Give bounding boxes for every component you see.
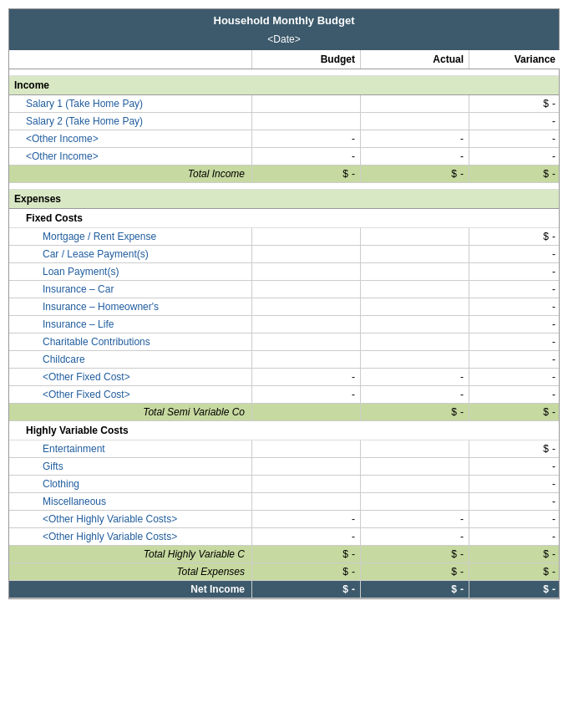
car-lease-actual[interactable] — [360, 246, 469, 262]
car-lease-budget[interactable] — [251, 246, 360, 262]
childcare-variance: - — [469, 351, 560, 368]
insurance-life-variance: - — [469, 316, 560, 333]
total-semi-actual: $ - — [360, 404, 469, 420]
childcare-actual[interactable] — [360, 351, 469, 368]
car-lease-variance: - — [469, 246, 560, 262]
table-row: Salary 2 (Take Home Pay) - — [9, 113, 559, 130]
table-row: Childcare - — [9, 351, 559, 369]
other-hv1-actual: - — [360, 511, 469, 527]
total-expenses-row: Total Expenses $ - $ - $ - — [9, 563, 559, 581]
other-fixed1-label: <Other Fixed Cost> — [9, 369, 251, 385]
charitable-actual[interactable] — [360, 333, 469, 350]
insurance-car-actual[interactable] — [360, 281, 469, 298]
total-semi-label: Total Semi Variable Co — [9, 404, 251, 420]
mortgage-budget[interactable] — [251, 228, 360, 245]
table-row: Mortgage / Rent Expense $ - — [9, 228, 559, 246]
gifts-actual[interactable] — [360, 458, 469, 475]
loan-budget[interactable] — [251, 263, 360, 280]
table-row: Miscellaneous - — [9, 493, 559, 511]
insurance-home-actual[interactable] — [360, 298, 469, 315]
income-salary2-actual[interactable] — [360, 113, 469, 130]
entertainment-label: Entertainment — [9, 440, 251, 457]
total-hv-variance: $ - — [469, 546, 560, 563]
table-row: Clothing - — [9, 476, 559, 493]
total-income-actual: $ - — [360, 165, 469, 182]
total-expenses-budget: $ - — [251, 563, 360, 580]
insurance-life-label: Insurance – Life — [9, 316, 251, 333]
income-salary1-label: Salary 1 (Take Home Pay) — [9, 95, 251, 112]
fixed-costs-label: Fixed Costs — [9, 209, 559, 228]
miscellaneous-actual[interactable] — [360, 493, 469, 510]
table-row: Car / Lease Payment(s) - — [9, 246, 559, 263]
income-other1-label: <Other Income> — [9, 130, 251, 147]
insurance-car-budget[interactable] — [251, 281, 360, 298]
loan-actual[interactable] — [360, 263, 469, 280]
other-hv1-budget: - — [251, 511, 360, 527]
mortgage-actual[interactable] — [360, 228, 469, 245]
highly-variable-label: Highly Variable Costs — [9, 421, 559, 440]
income-salary1-variance: $- — [469, 95, 560, 112]
other-hv2-label: <Other Highly Variable Costs> — [9, 528, 251, 545]
loan-variance: - — [469, 263, 560, 280]
income-other1-variance: - — [469, 130, 560, 147]
spreadsheet-title: Household Monthly Budget — [9, 9, 559, 32]
insurance-car-label: Insurance – Car — [9, 281, 251, 298]
spacer — [9, 69, 559, 76]
net-income-label: Net Income — [9, 581, 251, 598]
clothing-budget[interactable] — [251, 476, 360, 492]
childcare-label: Childcare — [9, 351, 251, 368]
income-salary2-label: Salary 2 (Take Home Pay) — [9, 113, 251, 130]
table-row: Insurance – Life - — [9, 316, 559, 333]
total-income-budget: $ - — [251, 165, 360, 182]
other-fixed1-actual: - — [360, 369, 469, 385]
table-row: Salary 1 (Take Home Pay) $- — [9, 95, 559, 113]
income-salary1-actual[interactable] — [360, 95, 469, 112]
entertainment-variance: $ - — [469, 440, 560, 457]
other-fixed2-budget: - — [251, 386, 360, 403]
other-hv2-actual: - — [360, 528, 469, 545]
total-income-row: Total Income $ - $ - $ - — [9, 165, 559, 183]
table-row: Insurance – Homeowner's - — [9, 298, 559, 316]
insurance-life-actual[interactable] — [360, 316, 469, 333]
income-salary2-budget[interactable] — [251, 113, 360, 130]
charitable-budget[interactable] — [251, 333, 360, 350]
insurance-life-budget[interactable] — [251, 316, 360, 333]
table-row: Insurance – Car - — [9, 281, 559, 298]
charitable-variance: - — [469, 333, 560, 350]
col-budget: Budget — [251, 50, 360, 69]
income-other2-budget: - — [251, 148, 360, 165]
income-other2-actual: - — [360, 148, 469, 165]
table-row: Gifts - — [9, 458, 559, 476]
income-other2-label: <Other Income> — [9, 148, 251, 165]
gifts-budget[interactable] — [251, 458, 360, 475]
other-hv1-variance: - — [469, 511, 560, 527]
insurance-home-budget[interactable] — [251, 298, 360, 315]
entertainment-actual[interactable] — [360, 440, 469, 457]
mortgage-variance: $ - — [469, 228, 560, 245]
miscellaneous-budget[interactable] — [251, 493, 360, 510]
other-fixed2-label: <Other Fixed Cost> — [9, 386, 251, 403]
net-income-budget: $ - — [251, 581, 360, 598]
income-salary1-budget[interactable] — [251, 95, 360, 112]
dollar-sign: $ — [543, 98, 549, 109]
clothing-actual[interactable] — [360, 476, 469, 492]
income-section-label: Income — [9, 76, 559, 95]
table-row: Loan Payment(s) - — [9, 263, 559, 281]
total-semi-budget — [251, 404, 360, 420]
charitable-label: Charitable Contributions — [9, 333, 251, 350]
miscellaneous-variance: - — [469, 493, 560, 510]
col-variance: Variance — [469, 50, 560, 69]
clothing-variance: - — [469, 476, 560, 492]
childcare-budget[interactable] — [251, 351, 360, 368]
total-semi-variance: $ - — [469, 404, 560, 420]
total-hv-label: Total Highly Variable C — [9, 546, 251, 563]
entertainment-budget[interactable] — [251, 440, 360, 457]
table-row: Charitable Contributions - — [9, 333, 559, 351]
table-row: Entertainment $ - — [9, 440, 559, 458]
car-lease-label: Car / Lease Payment(s) — [9, 246, 251, 262]
spacer — [9, 183, 559, 190]
insurance-home-variance: - — [469, 298, 560, 315]
mortgage-label: Mortgage / Rent Expense — [9, 228, 251, 245]
net-income-row: Net Income $ - $ - $ - — [9, 581, 559, 598]
table-row: <Other Income> - - - — [9, 130, 559, 148]
